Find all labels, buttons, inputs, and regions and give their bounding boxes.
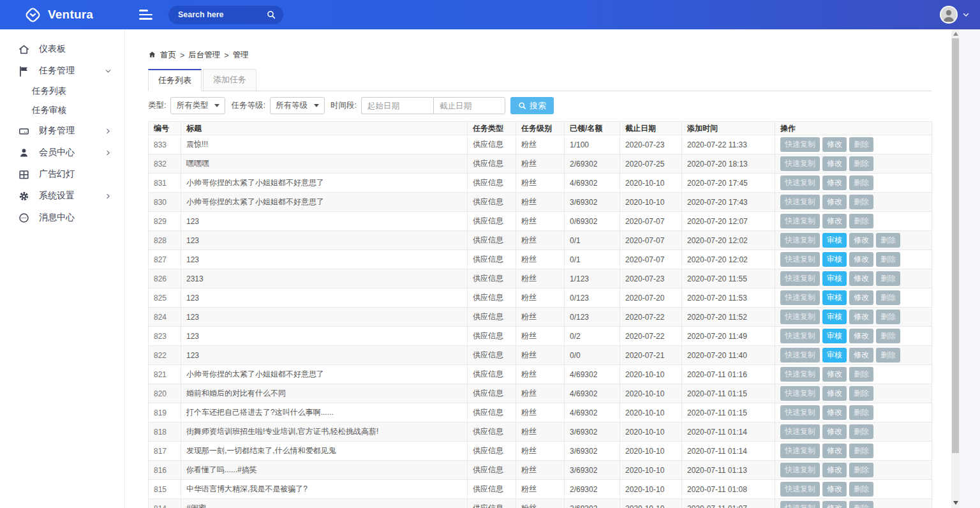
copy-button[interactable]: 快速复制 — [780, 252, 820, 267]
delete-button[interactable]: 删除 — [849, 405, 873, 420]
delete-button[interactable]: 删除 — [849, 463, 873, 477]
copy-button[interactable]: 快速复制 — [780, 214, 820, 228]
delete-button[interactable]: 删除 — [876, 252, 900, 267]
review-button[interactable]: 审核 — [822, 290, 847, 305]
level-select[interactable]: 所有等级 — [270, 97, 325, 114]
edit-button[interactable]: 修改 — [822, 463, 847, 477]
copy-button[interactable]: 快速复制 — [780, 233, 820, 248]
copy-button[interactable]: 快速复制 — [780, 367, 820, 382]
edit-button[interactable]: 修改 — [822, 501, 847, 508]
cell-type: 供应信息 — [468, 365, 516, 384]
review-button[interactable]: 审核 — [822, 329, 847, 343]
review-button[interactable]: 审核 — [822, 348, 847, 362]
user-menu[interactable] — [940, 6, 970, 24]
delete-button[interactable]: 删除 — [849, 501, 873, 508]
edit-button[interactable]: 修改 — [849, 290, 873, 305]
edit-button[interactable]: 修改 — [822, 424, 847, 439]
copy-button[interactable]: 快速复制 — [780, 444, 820, 458]
edit-button[interactable]: 修改 — [822, 386, 847, 401]
sidebar-subitem-task-list[interactable]: 任务列表 — [0, 82, 124, 101]
delete-button[interactable]: 删除 — [849, 214, 873, 228]
delete-button[interactable]: 删除 — [876, 310, 900, 324]
review-button[interactable]: 审核 — [822, 252, 847, 267]
edit-button[interactable]: 修改 — [849, 252, 873, 267]
sidebar-item-dashboard[interactable]: 仪表板 — [0, 38, 124, 60]
delete-button[interactable]: 删除 — [849, 444, 873, 458]
copy-button[interactable]: 快速复制 — [780, 310, 820, 324]
breadcrumb-item[interactable]: 管理 — [233, 50, 249, 61]
copy-button[interactable]: 快速复制 — [780, 501, 820, 508]
delete-button[interactable]: 删除 — [849, 386, 873, 401]
delete-button[interactable]: 删除 — [876, 348, 900, 362]
brand[interactable]: Ventura — [0, 6, 125, 24]
delete-button[interactable]: 删除 — [849, 482, 873, 497]
delete-button[interactable]: 删除 — [876, 233, 900, 248]
edit-button[interactable]: 修改 — [849, 348, 873, 362]
delete-button[interactable]: 删除 — [876, 271, 900, 286]
edit-button[interactable]: 修改 — [822, 405, 847, 420]
delete-button[interactable]: 删除 — [849, 195, 873, 209]
sidebar-subitem-task-review[interactable]: 任务审核 — [0, 101, 124, 120]
delete-button[interactable]: 删除 — [849, 367, 873, 382]
edit-button[interactable]: 修改 — [822, 444, 847, 458]
sidebar-item-finance[interactable]: 财务管理 — [0, 120, 124, 142]
sidebar-item-tasks[interactable]: 任务管理 — [0, 60, 124, 82]
copy-button[interactable]: 快速复制 — [780, 156, 820, 171]
menu-toggle-button[interactable] — [139, 10, 153, 20]
review-button[interactable]: 审核 — [822, 310, 847, 324]
review-button[interactable]: 审核 — [822, 271, 847, 286]
delete-button[interactable]: 删除 — [849, 156, 873, 171]
edit-button[interactable]: 修改 — [822, 176, 847, 190]
scroll-down-arrow-icon[interactable] — [953, 501, 958, 505]
column-header-0: 编号 — [149, 122, 181, 135]
tab-task-list[interactable]: 任务列表 — [148, 69, 202, 91]
copy-button[interactable]: 快速复制 — [780, 329, 820, 343]
review-button[interactable]: 审核 — [822, 233, 847, 248]
copy-button[interactable]: 快速复制 — [780, 348, 820, 362]
vertical-scrollbar[interactable] — [951, 29, 960, 508]
copy-button[interactable]: 快速复制 — [780, 386, 820, 401]
edit-button[interactable]: 修改 — [822, 137, 847, 152]
edit-button[interactable]: 修改 — [849, 329, 873, 343]
avatar[interactable] — [940, 6, 958, 24]
start-date-input[interactable] — [361, 97, 433, 114]
edit-button[interactable]: 修改 — [822, 214, 847, 228]
sidebar-item-ads[interactable]: 广告幻灯 — [0, 163, 124, 185]
cell-title: 发现那一刻,一切都结束了,什么情和爱都见鬼 — [181, 442, 468, 461]
copy-button[interactable]: 快速复制 — [780, 405, 820, 420]
edit-button[interactable]: 修改 — [849, 271, 873, 286]
sidebar-item-messages[interactable]: 消息中心 — [0, 207, 124, 228]
copy-button[interactable]: 快速复制 — [780, 176, 820, 190]
scrollbar-thumb[interactable] — [952, 38, 959, 453]
edit-button[interactable]: 修改 — [849, 233, 873, 248]
cell-actions: 快速复制修改删除 — [775, 365, 932, 384]
copy-button[interactable]: 快速复制 — [780, 482, 820, 497]
search-button[interactable]: 搜索 — [510, 97, 554, 114]
copy-button[interactable]: 快速复制 — [780, 195, 820, 209]
edit-button[interactable]: 修改 — [822, 367, 847, 382]
tab-add-task[interactable]: 添加任务 — [203, 69, 256, 91]
delete-button[interactable]: 删除 — [876, 329, 900, 343]
edit-button[interactable]: 修改 — [822, 156, 847, 171]
sidebar-item-members[interactable]: 会员中心 — [0, 142, 124, 163]
copy-button[interactable]: 快速复制 — [780, 424, 820, 439]
delete-button[interactable]: 删除 — [849, 424, 873, 439]
edit-button[interactable]: 修改 — [822, 482, 847, 497]
breadcrumb-item[interactable]: 后台管理 — [188, 50, 220, 61]
delete-button[interactable]: 删除 — [876, 290, 900, 305]
edit-button[interactable]: 修改 — [822, 195, 847, 209]
delete-button[interactable]: 删除 — [849, 176, 873, 190]
end-date-input[interactable] — [433, 97, 505, 114]
copy-button[interactable]: 快速复制 — [780, 463, 820, 477]
edit-button[interactable]: 修改 — [849, 310, 873, 324]
copy-button[interactable]: 快速复制 — [780, 290, 820, 305]
type-select[interactable]: 所有类型 — [170, 97, 225, 114]
cell-level: 粉丝 — [516, 346, 565, 365]
scroll-up-arrow-icon[interactable] — [953, 32, 958, 36]
delete-button[interactable]: 删除 — [849, 137, 873, 152]
search-icon[interactable] — [266, 10, 276, 22]
copy-button[interactable]: 快速复制 — [780, 271, 820, 286]
sidebar-item-settings[interactable]: 系统设置 — [0, 185, 124, 207]
copy-button[interactable]: 快速复制 — [780, 137, 820, 152]
breadcrumb-item[interactable]: 首页 — [160, 50, 176, 61]
